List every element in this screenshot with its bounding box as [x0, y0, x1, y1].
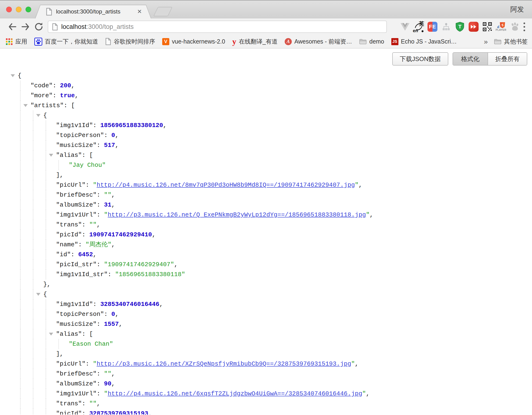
indent-guide	[46, 319, 46, 329]
json-line: {	[0, 289, 532, 299]
json-url-link[interactable]: http://p3.music.126.net/Q_ExePNkmgB2yWyL…	[108, 211, 366, 218]
page-content: 下载JSON数据 格式化 折叠所有 {"code": 200,"more": t…	[0, 48, 532, 415]
extension-sitemap-button[interactable]	[440, 21, 452, 33]
indent-guide	[20, 150, 20, 160]
extension-qr-code-button[interactable]	[481, 21, 493, 33]
json-token: "img1v1Url"	[56, 390, 97, 397]
json-token: :	[97, 191, 104, 199]
svg-text:T: T	[458, 24, 462, 29]
json-token: "picId"	[56, 231, 82, 238]
json-token: ,	[97, 221, 101, 228]
json-token: :	[82, 231, 89, 238]
indent-guide	[20, 389, 20, 399]
json-token: ,	[60, 350, 64, 357]
json-token: :	[93, 301, 100, 308]
indent-guide	[20, 319, 20, 329]
bookmark-item[interactable]: demo	[359, 38, 384, 45]
new-tab-button[interactable]	[153, 7, 173, 16]
json-token: true	[60, 92, 75, 99]
indent-guide	[46, 359, 46, 369]
bookmark-item[interactable]: 百度一下，你就知道	[34, 38, 98, 46]
collapse-toggle-icon[interactable]	[49, 333, 53, 336]
indent-guide	[46, 389, 46, 399]
json-token: :	[108, 271, 115, 278]
awesomes-icon: A	[285, 38, 292, 45]
json-line: "trans": "",	[0, 399, 532, 409]
indent-guide	[33, 120, 33, 130]
json-line: "topicPerson": 0,	[0, 130, 532, 140]
json-token: ,	[119, 321, 123, 328]
indent-guide	[46, 339, 46, 349]
json-token: ,	[355, 360, 359, 367]
html5-player-icon: 5PLAYER	[496, 22, 506, 31]
bookmark-item[interactable]: Vvue-hackernews-2.0	[162, 38, 225, 45]
indent-guide	[20, 230, 20, 240]
browser-menu-button[interactable]	[521, 21, 528, 32]
download-json-button[interactable]: 下载JSON数据	[392, 52, 448, 66]
extension-html5-player-button[interactable]: 5PLAYER	[495, 21, 507, 33]
json-token: "Jay Chou"	[69, 162, 106, 169]
tab-strip: localhost:3000/top_artists ✕ 阿发	[0, 0, 532, 19]
json-line: {	[0, 110, 532, 120]
json-token: "trans"	[56, 400, 82, 407]
json-line: },	[0, 280, 532, 289]
reload-button[interactable]	[32, 20, 45, 33]
indent-guide	[33, 329, 33, 339]
forward-button[interactable]	[19, 20, 32, 33]
json-token: :	[104, 311, 111, 318]
bookmark-item[interactable]: AAwesomes - 前端资…	[285, 38, 352, 45]
collapse-toggle-icon[interactable]	[36, 114, 40, 117]
collapse-toggle-icon[interactable]	[36, 293, 40, 296]
profile-name[interactable]: 阿发	[510, 5, 524, 14]
extension-vue-devtools-button[interactable]	[399, 21, 411, 33]
view-toggle-group: 格式化 折叠所有	[453, 52, 527, 66]
json-token: 90	[104, 380, 111, 387]
indent-guide	[46, 270, 46, 280]
json-token: "	[104, 211, 108, 218]
bookmark-item[interactable]: 谷歌按时间排序	[105, 38, 155, 45]
json-token: 3285340746016446	[100, 301, 159, 308]
window-zoom-button[interactable]	[26, 7, 31, 12]
json-line: "img1v1Url": "http://p3.music.126.net/Q_…	[0, 210, 532, 220]
tab-close-icon[interactable]: ✕	[137, 8, 142, 15]
indent-guide	[46, 369, 46, 379]
json-token: "img1v1Id"	[56, 122, 93, 129]
collapse-toggle-icon[interactable]	[23, 104, 28, 107]
bookmark-item[interactable]: 应用	[6, 38, 27, 45]
format-button[interactable]: 格式化	[453, 53, 488, 65]
collapse-toggle-icon[interactable]	[49, 154, 53, 157]
extension-fe-button[interactable]: FE	[427, 21, 438, 33]
browser-tab[interactable]: localhost:3000/top_artists ✕	[35, 5, 151, 19]
json-token: ,	[111, 201, 115, 208]
json-token: ,	[111, 380, 115, 387]
json-url-link[interactable]: http://p3.music.126.net/XZrSQeNpsfjyRmib…	[97, 360, 351, 367]
indent-guide	[20, 409, 20, 415]
json-token: }	[43, 281, 47, 288]
extension-tampermonkey-button[interactable]: T	[454, 21, 466, 33]
window-close-button[interactable]	[6, 7, 12, 12]
json-url-link[interactable]: http://p4.music.126.net/6xqsfT2ZLjdgzbwO…	[108, 390, 362, 397]
json-url-link[interactable]: http://p4.music.126.net/8mv7qP30Pd3oHW8b…	[97, 182, 355, 189]
indent-guide	[20, 130, 20, 140]
window-minimize-button[interactable]	[16, 7, 21, 12]
json-token: :	[97, 211, 104, 218]
indent-guide	[33, 299, 33, 309]
json-token: ""	[104, 191, 111, 199]
indent-guide	[46, 220, 46, 230]
extension-paw-button[interactable]	[509, 21, 521, 33]
other-bookmarks-folder[interactable]: 其他书签	[494, 38, 528, 45]
indent-guide	[46, 160, 46, 170]
json-token: "code"	[30, 82, 53, 89]
bookmark-item[interactable]: y在线翻译_有道	[232, 38, 278, 45]
collapse-all-button[interactable]: 折叠所有	[488, 53, 527, 65]
json-line: "musicSize": 517,	[0, 140, 532, 150]
json-token: 18569651883380120	[100, 122, 163, 129]
address-bar[interactable]: localhost:3000/top_artists	[48, 20, 387, 33]
collapse-toggle-icon[interactable]	[11, 74, 15, 77]
extension-fast-forward-button[interactable]	[468, 21, 480, 33]
back-button[interactable]	[6, 20, 19, 33]
extension-translate-button[interactable]: 英en	[413, 21, 425, 33]
bookmark-item[interactable]: JSEcho JS - JavaScri…	[391, 38, 457, 45]
json-token: ,	[93, 251, 97, 258]
bookmarks-overflow-chevron[interactable]: »	[484, 38, 488, 46]
